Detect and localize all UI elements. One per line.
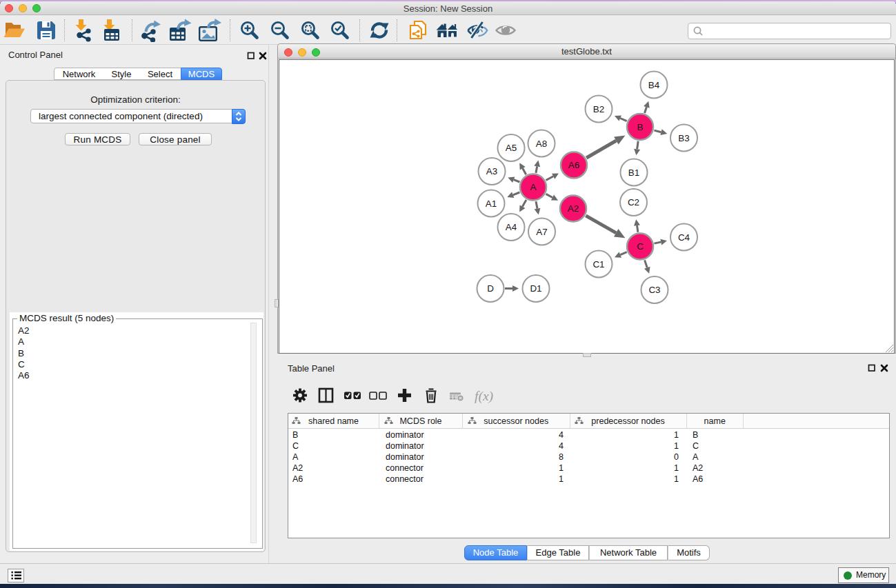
svg-text:A1: A1 [486,199,497,209]
svg-text:A7: A7 [536,227,547,237]
svg-text:C: C [637,241,644,252]
svg-text:f(x): f(x) [475,389,493,404]
svg-text:B2: B2 [593,104,604,114]
svg-text:A8: A8 [536,139,547,149]
svg-text:B4: B4 [648,80,660,90]
svg-text:B: B [637,122,644,132]
svg-text:D: D [487,283,494,294]
svg-text:B3: B3 [678,133,689,143]
svg-text:A5: A5 [506,143,517,153]
svg-text:A2: A2 [568,203,579,214]
svg-text:D1: D1 [530,283,541,294]
svg-text:C2: C2 [628,197,639,207]
svg-text:A4: A4 [506,222,517,232]
svg-text:A: A [530,182,537,192]
svg-text:C4: C4 [678,232,690,243]
svg-text:C1: C1 [593,259,604,270]
svg-text:A6: A6 [568,160,579,170]
svg-text:A3: A3 [486,166,497,176]
svg-text:C3: C3 [648,285,660,295]
svg-text:B1: B1 [628,168,639,178]
